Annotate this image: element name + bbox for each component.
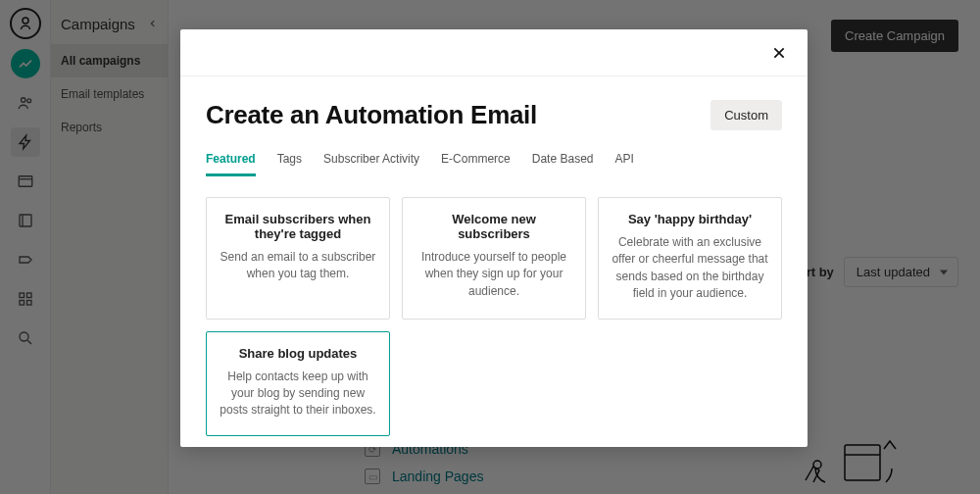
custom-button[interactable]: Custom bbox=[710, 100, 782, 130]
card-email-tagged[interactable]: Email subscribers when they're tagged Se… bbox=[206, 197, 390, 320]
card-share-blog[interactable]: Share blog updates Help contacts keep up… bbox=[206, 331, 390, 436]
card-desc: Celebrate with an exclusive offer or che… bbox=[611, 234, 769, 303]
modal-tabs: Featured Tags Subscriber Activity E-Comm… bbox=[206, 152, 782, 177]
tab-featured[interactable]: Featured bbox=[206, 152, 256, 176]
card-welcome-subscribers[interactable]: Welcome new subscribers Introduce yourse… bbox=[402, 197, 586, 320]
card-desc: Help contacts keep up with your blog by … bbox=[219, 369, 377, 420]
card-happy-birthday[interactable]: Say 'happy birthday' Celebrate with an e… bbox=[598, 197, 782, 320]
tab-api[interactable]: API bbox=[615, 152, 634, 176]
tab-subscriber-activity[interactable]: Subscriber Activity bbox=[323, 152, 419, 176]
automation-cards: Email subscribers when they're tagged Se… bbox=[206, 197, 782, 436]
card-desc: Send an email to a subscriber when you t… bbox=[219, 249, 377, 283]
close-icon[interactable] bbox=[768, 42, 790, 64]
card-title: Say 'happy birthday' bbox=[611, 212, 769, 226]
tab-date-based[interactable]: Date Based bbox=[532, 152, 594, 176]
tab-tags[interactable]: Tags bbox=[277, 152, 302, 176]
card-title: Share blog updates bbox=[219, 346, 377, 361]
automation-modal: Create an Automation Email Custom Featur… bbox=[180, 29, 808, 447]
card-title: Email subscribers when they're tagged bbox=[219, 212, 377, 241]
card-desc: Introduce yourself to people when they s… bbox=[415, 249, 573, 300]
modal-title: Create an Automation Email bbox=[206, 100, 537, 130]
tab-ecommerce[interactable]: E-Commerce bbox=[441, 152, 511, 176]
card-title: Welcome new subscribers bbox=[415, 212, 573, 241]
